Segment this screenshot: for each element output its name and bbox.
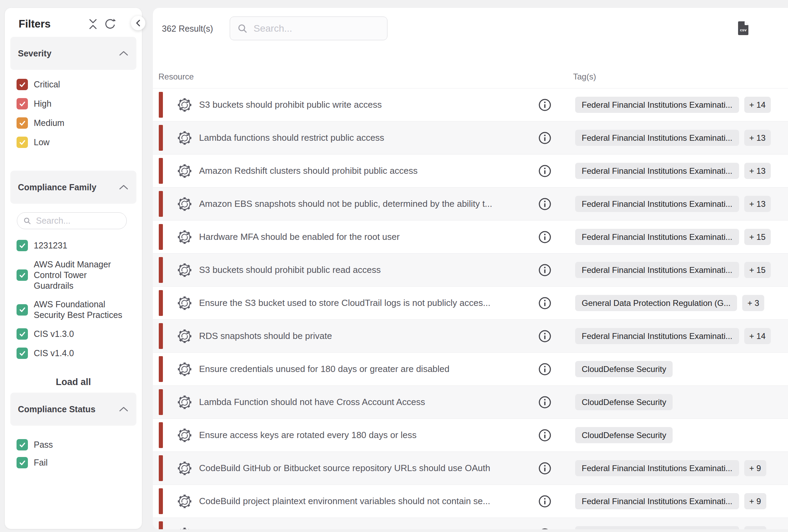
filter-option[interactable]: Fail [17, 457, 135, 468]
tag-pill[interactable]: Federal Financial Institutions Examinati… [575, 163, 739, 179]
filter-option[interactable]: Pass [17, 439, 135, 450]
tag-count-badge[interactable]: + 9 [744, 493, 766, 509]
tag-pill[interactable]: Federal Financial Institutions Examinati… [575, 460, 739, 476]
info-icon[interactable] [538, 98, 551, 111]
status-section-title: Compliance Status [18, 404, 95, 414]
severity-bar [159, 158, 163, 184]
table-row[interactable]: RDS snapshots should be private Federal … [153, 319, 788, 352]
checkbox-checked[interactable] [17, 348, 28, 359]
info-icon[interactable] [538, 330, 551, 343]
info-icon[interactable] [538, 495, 551, 508]
tag-count-badge[interactable]: + 9 [744, 526, 766, 529]
tag-pill[interactable]: Federal Financial Institutions Examinati… [575, 229, 739, 245]
table-row[interactable]: Ensure the S3 bucket used to store Cloud… [153, 286, 788, 319]
table-row[interactable]: S3 buckets should prohibit public write … [153, 88, 788, 121]
info-icon[interactable] [538, 396, 551, 409]
table-row[interactable]: Lambda Function should not have Cross Ac… [153, 385, 788, 418]
info-icon[interactable] [538, 231, 551, 244]
section-header-compliance-status[interactable]: Compliance Status [10, 393, 136, 426]
section-header-severity[interactable]: Severity [10, 37, 136, 70]
tag-pill[interactable]: Federal Financial Institutions Examinati… [575, 130, 739, 146]
section-header-compliance-family[interactable]: Compliance Family [10, 171, 136, 204]
export-csv-button[interactable]: csv [738, 21, 748, 36]
info-icon[interactable] [538, 429, 551, 442]
checkbox-checked[interactable] [17, 117, 28, 129]
table-row[interactable]: CodeBuild project plaintext environment … [153, 485, 788, 518]
checkbox-checked[interactable] [17, 304, 28, 316]
filter-option[interactable]: CIS v1.4.0 [17, 348, 135, 359]
tag-pill[interactable]: Federal Financial Institutions Examinati… [575, 526, 739, 529]
check-icon [19, 242, 26, 249]
tag-pill[interactable]: Federal Financial Institutions Examinati… [575, 97, 739, 113]
tag-count-badge[interactable]: + 9 [744, 460, 766, 476]
tag-pill[interactable]: Federal Financial Institutions Examinati… [575, 196, 739, 212]
table-row[interactable]: S3 buckets should prohibit public read a… [153, 253, 788, 286]
info-icon[interactable] [538, 528, 551, 530]
family-section-title: Compliance Family [18, 182, 96, 192]
filter-option[interactable]: 1231231 [17, 240, 135, 251]
remediation-gear-icon [177, 230, 192, 245]
tag-pill[interactable]: Federal Financial Institutions Examinati… [575, 493, 739, 509]
checkbox-checked[interactable] [17, 98, 28, 109]
table-row[interactable]: CodeBuild GitHub or Bitbucket source rep… [153, 451, 788, 485]
tags-cell: CloudDefense Security [575, 353, 673, 385]
checkbox-checked[interactable] [17, 79, 28, 90]
severity-bar [159, 488, 163, 514]
checkbox-checked[interactable] [17, 439, 28, 450]
tag-pill[interactable]: CloudDefense Security [575, 394, 673, 410]
filter-option[interactable]: Low [17, 137, 135, 148]
tag-pill[interactable]: CloudDefense Security [575, 427, 673, 443]
filters-title: Filters [19, 18, 51, 30]
resource-title: Hardware MFA should be enabled for the r… [199, 232, 400, 242]
info-icon[interactable] [538, 462, 551, 475]
tag-count-badge[interactable]: + 13 [744, 196, 771, 212]
info-icon[interactable] [538, 297, 551, 310]
collapse-sidebar-button[interactable] [131, 16, 145, 30]
filter-option-label: Fail [34, 457, 125, 468]
checkbox-checked[interactable] [17, 240, 28, 251]
tag-pill[interactable]: General Data Protection Regulation (G... [575, 295, 737, 311]
tag-pill[interactable]: CloudDefense Security [575, 361, 673, 377]
info-icon[interactable] [538, 363, 551, 376]
filter-option[interactable]: Medium [17, 117, 135, 129]
family-search-input[interactable] [35, 215, 122, 226]
tag-count-badge[interactable]: + 15 [744, 262, 771, 278]
tag-count-badge[interactable]: + 3 [742, 295, 764, 311]
remediation-gear-icon [177, 395, 192, 410]
checkbox-checked[interactable] [17, 269, 28, 281]
info-icon[interactable] [538, 131, 551, 145]
table-row[interactable]: Amazon Redshift clusters should prohibit… [153, 154, 788, 187]
tag-count-badge[interactable]: + 13 [744, 130, 771, 146]
tag-count-badge[interactable]: + 13 [744, 163, 771, 179]
info-icon[interactable] [538, 264, 551, 277]
tag-count-badge[interactable]: + 14 [744, 328, 771, 344]
checkbox-checked[interactable] [17, 328, 28, 340]
table-row[interactable]: Amazon EBS snapshots should not be publi… [153, 187, 788, 220]
tag-pill[interactable]: Federal Financial Institutions Examinati… [575, 262, 739, 278]
filter-option[interactable]: Critical [17, 79, 135, 90]
filter-option[interactable]: AWS Foundational Security Best Practices [17, 299, 135, 320]
reset-filters-button[interactable] [103, 18, 116, 30]
table-row[interactable]: Hardware MFA should be enabled for the r… [153, 220, 788, 253]
checkbox-checked[interactable] [17, 137, 28, 148]
results-search-input[interactable] [253, 23, 381, 34]
filter-option[interactable]: High [17, 98, 135, 109]
table-row[interactable]: Lambda functions should restrict public … [153, 121, 788, 154]
tag-pill[interactable]: Federal Financial Institutions Examinati… [575, 328, 739, 344]
table-row[interactable]: Ensure access keys are rotated every 180… [153, 418, 788, 451]
tag-count-badge[interactable]: + 14 [744, 97, 771, 113]
filter-option[interactable]: AWS Audit Manager Control Tower Guardrai… [17, 259, 135, 291]
info-icon[interactable] [538, 164, 551, 178]
table-row[interactable]: Ensure credentials unused for 180 days o… [153, 352, 788, 385]
filter-option[interactable]: CIS v1.3.0 [17, 328, 135, 340]
table-row[interactable]: Federal Financial Institutions Examinati… [153, 518, 788, 529]
collapse-all-sections-button[interactable] [89, 19, 97, 30]
remediation-gear-icon [177, 130, 192, 146]
tag-count-badge[interactable]: + 15 [744, 229, 771, 245]
load-all-button[interactable]: Load all [54, 375, 93, 389]
tags-cell: Federal Financial Institutions Examinati… [575, 221, 771, 253]
tags-cell: Federal Financial Institutions Examinati… [575, 188, 771, 220]
filters-header: Filters [5, 8, 142, 37]
info-icon[interactable] [538, 198, 551, 211]
checkbox-checked[interactable] [17, 457, 28, 468]
